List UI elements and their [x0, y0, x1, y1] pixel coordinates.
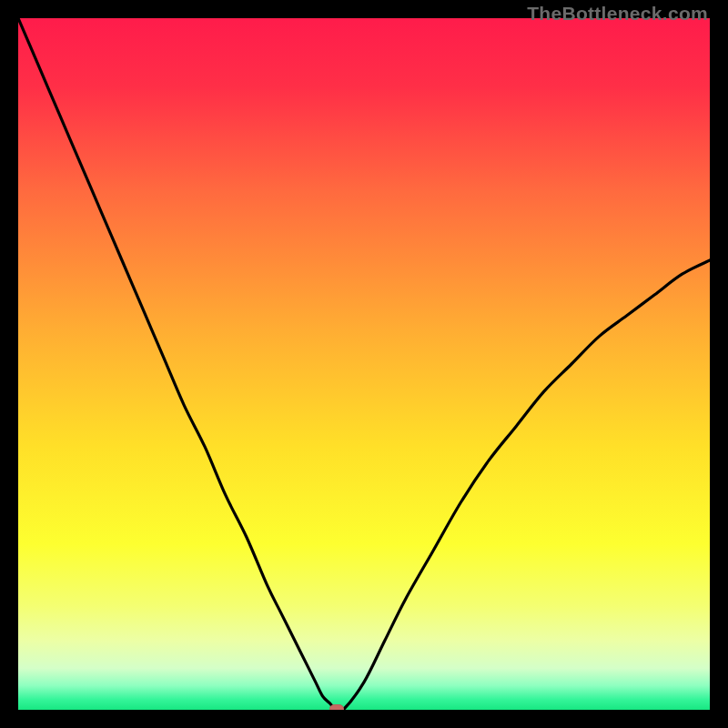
bottleneck-curve — [18, 18, 710, 710]
plot-area — [18, 18, 710, 710]
optimal-point-marker — [329, 704, 344, 710]
chart-frame: TheBottleneck.com — [0, 0, 728, 728]
